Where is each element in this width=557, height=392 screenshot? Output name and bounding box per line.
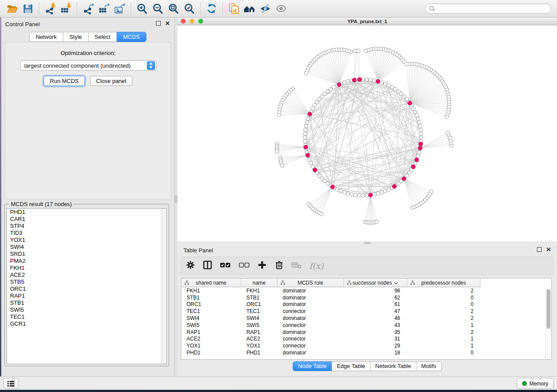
add-row-button[interactable] — [257, 260, 267, 272]
close-panel-button[interactable]: Close panel — [90, 76, 132, 86]
table-row[interactable]: FKH1FKH1dominator962 — [181, 287, 551, 294]
table-row[interactable]: RAP1RAP1dominator352 — [181, 329, 551, 336]
network-window-titlebar[interactable]: YPA_prune.txt_1 — [177, 17, 557, 25]
cell-predecessor-nodes: 0 — [407, 295, 481, 301]
window-maximize-icon[interactable] — [198, 19, 203, 24]
zoom-out-button[interactable] — [150, 2, 166, 16]
export-network-button[interactable] — [80, 2, 96, 16]
memory-button[interactable]: Memory — [517, 378, 554, 389]
mcds-result-list[interactable]: PHD1CAR1STP4TID3YOX1SWI4SRD1PMA2FKH1ACE2… — [7, 208, 167, 364]
deselect-all-button[interactable] — [239, 260, 250, 272]
tab-network[interactable]: Network — [29, 32, 63, 42]
horizontal-splitter[interactable] — [177, 241, 557, 244]
zoom-in-icon — [136, 3, 148, 14]
network-canvas[interactable] — [177, 25, 557, 241]
mcds-result-item[interactable]: RAP1 — [7, 292, 166, 299]
cell-name: SWI5 — [241, 322, 277, 328]
window-minimize-icon[interactable] — [190, 19, 194, 24]
mcds-result-item[interactable]: YOX1 — [7, 237, 166, 244]
mcds-result-item[interactable]: TEC1 — [7, 313, 166, 320]
tab-style[interactable]: Style — [63, 32, 89, 42]
import-table-button[interactable] — [58, 2, 74, 16]
table-row[interactable]: ORC1ORC1dominator610 — [181, 301, 551, 308]
mcds-result-item[interactable]: PHD1 — [7, 209, 166, 216]
import-network-button[interactable] — [42, 2, 58, 16]
control-panel: Control Panel ✕ NetworkStyleSelectMCDS O… — [1, 17, 175, 376]
float-panel-icon[interactable] — [156, 21, 161, 26]
float-panel-icon[interactable] — [537, 247, 542, 252]
tab-edge-table[interactable]: Edge Table — [332, 361, 370, 371]
mcds-result-item[interactable]: GCR1 — [7, 320, 166, 327]
toolbar-separator — [77, 3, 77, 15]
table-settings-button[interactable] — [186, 260, 195, 272]
task-history-button[interactable] — [3, 378, 18, 389]
cell-successor-nodes: 47 — [344, 308, 407, 314]
table-row[interactable]: TEC1TEC1connector472 — [181, 308, 551, 315]
splitter-handle[interactable] — [364, 242, 370, 244]
window-close-icon[interactable] — [181, 19, 186, 24]
table-row[interactable]: SWI4SWI4dominator462 — [181, 315, 551, 322]
mcds-result-item[interactable]: ORC1 — [7, 285, 166, 292]
mcds-result-item[interactable]: SWI5 — [7, 306, 166, 313]
table-row[interactable]: YOX1YOX1connector291 — [181, 342, 551, 349]
mcds-result-item[interactable]: STB1 — [7, 299, 166, 306]
column-header-successor-nodes[interactable]: successor nodes — [344, 279, 407, 287]
column-header-name[interactable]: name — [241, 279, 277, 287]
node-table[interactable]: shared namenameMCDS rolesuccessor nodesp… — [181, 278, 552, 360]
column-header-predecessor-nodes[interactable]: predecessor nodes — [407, 279, 481, 287]
refresh-view-button[interactable] — [204, 2, 219, 16]
run-mcds-button[interactable]: Run MCDS — [44, 76, 85, 86]
first-neighbors-button[interactable] — [242, 2, 257, 16]
select-all-button[interactable] — [220, 260, 231, 272]
close-panel-icon[interactable]: ✕ — [546, 247, 551, 252]
zoom-fit-button[interactable] — [166, 2, 181, 16]
network-nodes-layer[interactable] — [275, 47, 453, 224]
clone-network-icon — [228, 3, 240, 14]
delete-rows-button[interactable] — [274, 260, 284, 272]
show-all-button[interactable] — [273, 2, 289, 16]
clone-network-button[interactable] — [226, 2, 242, 16]
close-panel-icon[interactable]: ✕ — [165, 21, 170, 26]
tab-mcds[interactable]: MCDS — [117, 32, 146, 42]
mcds-result-item[interactable]: STP4 — [7, 223, 166, 230]
tab-motifs[interactable]: Motifs — [416, 361, 442, 371]
cell-mcds-role: connector — [277, 343, 344, 349]
scrollbar-thumb[interactable] — [547, 289, 550, 329]
export-image-button[interactable] — [112, 2, 128, 16]
open-session-button[interactable] — [4, 2, 20, 16]
import-table-icon — [60, 3, 72, 14]
mcds-result-item[interactable]: FKH1 — [7, 265, 166, 272]
search-input[interactable] — [437, 6, 547, 12]
criterion-select[interactable]: largest connected component (undirected) — [20, 60, 156, 71]
table-scrollbar[interactable] — [545, 288, 551, 359]
zoom-selected-button[interactable] — [181, 2, 197, 16]
tab-node-table[interactable]: Node Table — [293, 361, 332, 371]
cell-predecessor-nodes: 2 — [407, 315, 481, 321]
mcds-result-item[interactable]: SWI4 — [7, 244, 166, 251]
export-table-button[interactable] — [96, 2, 112, 16]
zoom-in-button[interactable] — [134, 2, 150, 16]
network-svg[interactable] — [177, 25, 557, 241]
column-header-shared-name[interactable]: shared name — [181, 279, 241, 287]
table-row[interactable]: ACE2ACE2connector311 — [181, 336, 551, 343]
show-columns-button[interactable] — [203, 260, 212, 272]
mcds-result-item[interactable]: TID3 — [7, 230, 166, 237]
delete-table-icon — [291, 260, 302, 270]
table-row[interactable]: SWI5SWI5connector431 — [181, 322, 551, 329]
tab-select[interactable]: Select — [88, 32, 117, 42]
table-row[interactable]: STB1STB1dominator620 — [181, 294, 551, 301]
table-row[interactable]: PHD1PHD1dominator180 — [181, 349, 551, 356]
hide-selected-button[interactable] — [257, 2, 273, 16]
cell-predecessor-nodes: 1 — [407, 322, 481, 328]
mcds-result-item[interactable]: CAR1 — [7, 216, 166, 223]
mcds-result-item[interactable]: ACE2 — [7, 272, 166, 279]
mcds-result-item[interactable]: STB5 — [7, 279, 166, 285]
save-floppy-icon — [22, 3, 34, 14]
mcds-result-item[interactable]: PMA2 — [7, 258, 166, 265]
mcds-list-scrollbar[interactable] — [161, 209, 166, 364]
column-header-mcds-role[interactable]: MCDS role — [277, 279, 344, 287]
mcds-result-item[interactable]: SRD1 — [7, 251, 166, 258]
save-session-button[interactable] — [20, 2, 36, 16]
tab-network-table[interactable]: Network Table — [370, 361, 416, 371]
search-box[interactable] — [425, 3, 551, 14]
